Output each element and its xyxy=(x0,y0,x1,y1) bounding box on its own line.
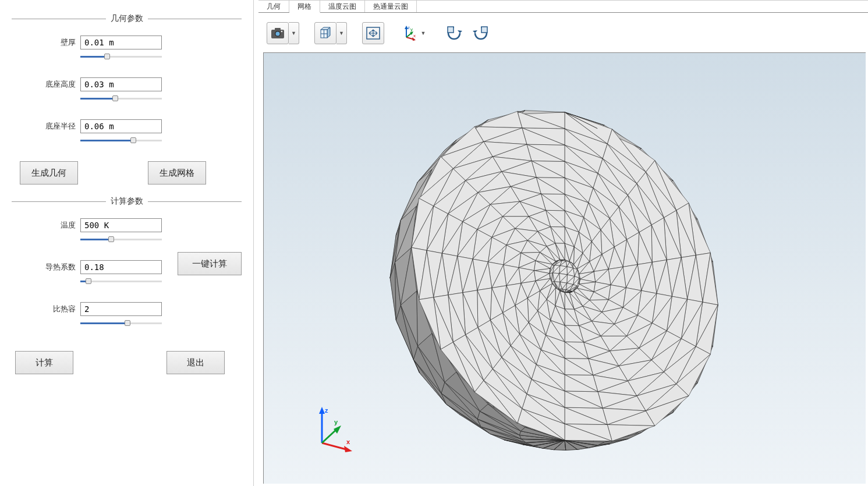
rotate-cw-icon xyxy=(472,25,489,41)
calc-params-header: 计算参数 xyxy=(12,196,242,207)
fit-view-button[interactable] xyxy=(362,22,384,44)
viewport-toolbar: ▼ ▼ zxy ▼ xyxy=(254,13,868,49)
svg-point-4 xyxy=(281,31,282,32)
rotate-ccw-button[interactable] xyxy=(444,22,466,44)
view-tabs: 几何 网格 温度云图 热通量云图 xyxy=(258,0,868,13)
generate-geometry-button[interactable]: 生成几何 xyxy=(20,161,78,185)
axes-dropdown[interactable]: ▼ xyxy=(418,22,428,44)
svg-marker-23 xyxy=(473,30,477,33)
base-height-label: 底座高度 xyxy=(41,79,76,90)
svg-text:z: z xyxy=(408,25,410,30)
wall-thickness-slider[interactable] xyxy=(80,53,162,61)
svg-rect-20 xyxy=(448,27,454,33)
tab-flux-contour[interactable]: 热通量云图 xyxy=(365,1,417,12)
tab-temp-contour[interactable]: 温度云图 xyxy=(320,1,365,12)
one-click-compute-button[interactable]: 一键计算 xyxy=(178,252,242,275)
base-radius-slider[interactable] xyxy=(80,137,162,145)
thermal-cond-slider[interactable] xyxy=(80,278,162,286)
main-panel: 几何 网格 温度云图 热通量云图 ▼ ▼ zxy ▼ xyxy=(254,0,868,486)
thermal-cond-input[interactable] xyxy=(80,260,162,274)
tab-geometry[interactable]: 几何 xyxy=(258,1,289,12)
svg-marker-837 xyxy=(319,407,325,414)
compute-button[interactable]: 计算 xyxy=(15,351,73,374)
rotate-ccw-icon xyxy=(446,25,463,41)
mesh-model xyxy=(361,79,768,474)
temperature-label: 温度 xyxy=(41,220,76,230)
svg-point-3 xyxy=(276,32,280,36)
wall-thickness-label: 壁厚 xyxy=(41,37,76,48)
sidebar: 几何参数 壁厚 底座高度 底座半径 生成几何 生成网格 计算参数 xyxy=(0,0,254,486)
screenshot-button[interactable] xyxy=(267,22,289,44)
axes-icon: zxy xyxy=(399,24,417,42)
generate-mesh-button[interactable]: 生成网格 xyxy=(148,161,206,185)
calc-params-title: 计算参数 xyxy=(106,196,148,207)
svg-text:y: y xyxy=(410,27,413,32)
thermal-cond-label: 导热系数 xyxy=(41,262,76,272)
temperature-slider[interactable] xyxy=(80,236,162,244)
view-cube-button[interactable] xyxy=(314,22,336,44)
heat-capacity-slider[interactable] xyxy=(80,320,162,328)
triad-y-label: y xyxy=(334,418,338,425)
wall-thickness-input[interactable] xyxy=(80,36,162,49)
svg-marker-839 xyxy=(344,446,352,452)
base-height-slider[interactable] xyxy=(80,95,162,103)
heat-capacity-input[interactable] xyxy=(80,302,162,316)
svg-rect-22 xyxy=(481,27,487,33)
tab-mesh[interactable]: 网格 xyxy=(289,1,320,13)
svg-marker-841 xyxy=(334,425,341,434)
temperature-input[interactable] xyxy=(80,218,162,232)
camera-icon xyxy=(271,27,285,39)
svg-marker-670 xyxy=(607,425,655,441)
fit-icon xyxy=(366,27,380,40)
base-height-input[interactable] xyxy=(80,77,162,91)
heat-capacity-label: 比热容 xyxy=(41,304,76,314)
svg-rect-1 xyxy=(275,28,281,30)
triad-z-label: z xyxy=(325,407,328,414)
base-radius-label: 底座半径 xyxy=(41,121,76,132)
mesh-viewport[interactable]: z x y xyxy=(263,52,866,484)
cube-icon xyxy=(318,26,333,40)
screenshot-dropdown[interactable]: ▼ xyxy=(289,22,299,44)
view-cube-dropdown[interactable]: ▼ xyxy=(336,22,347,44)
geom-params-title: 几何参数 xyxy=(106,13,148,24)
geom-params-header: 几何参数 xyxy=(12,13,242,24)
orientation-triad: z x y xyxy=(304,402,357,455)
rotate-cw-button[interactable] xyxy=(469,22,491,44)
base-radius-input[interactable] xyxy=(80,119,162,133)
triad-x-label: x xyxy=(346,438,350,445)
exit-button[interactable]: 退出 xyxy=(166,351,225,374)
svg-text:x: x xyxy=(413,33,416,38)
svg-marker-21 xyxy=(458,30,462,33)
